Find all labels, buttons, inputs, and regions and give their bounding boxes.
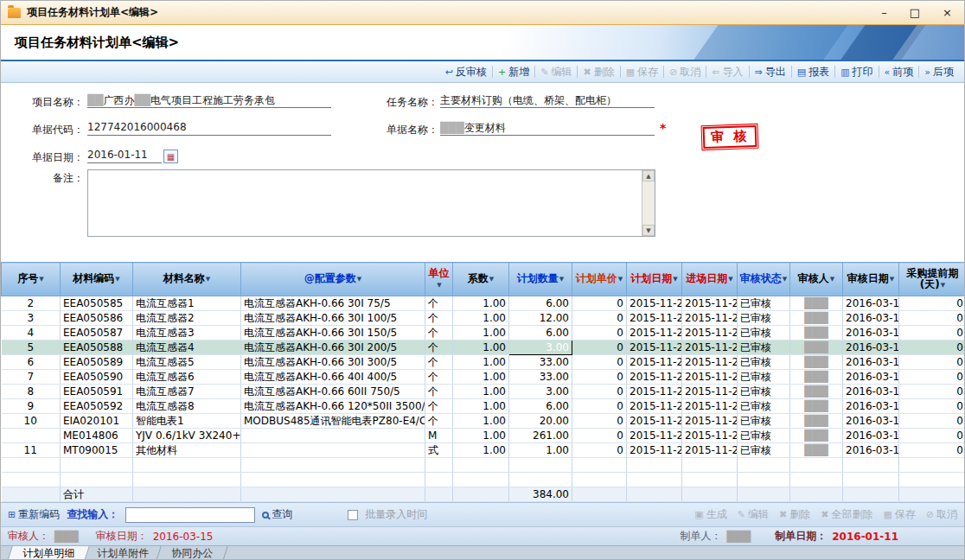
banner-decoration bbox=[687, 25, 853, 61]
column-header-name[interactable]: 材料名称▼ bbox=[133, 263, 241, 296]
column-header-audit_date[interactable]: 审核日期▼ bbox=[843, 263, 899, 296]
bottom-button-delete[interactable]: ✖删除 bbox=[779, 507, 810, 522]
column-header-label: 审核状态 bbox=[740, 272, 782, 284]
column-header-plan_price[interactable]: 计划单价▼ bbox=[572, 263, 627, 296]
table-row[interactable]: 10EIA020101智能电表1MODBUS485通讯智能电表PZ80-E4/C… bbox=[2, 414, 965, 429]
bottom-button-save[interactable]: ▦保存 bbox=[883, 507, 915, 522]
project-name-field[interactable]: ██广西办██电气项目工程施工劳务承包 bbox=[87, 93, 331, 108]
toolbar-button-label: 删除 bbox=[594, 65, 615, 80]
column-header-unit[interactable]: 单位▼ bbox=[425, 263, 453, 296]
column-header-audit_status[interactable]: 审核状态▼ bbox=[738, 263, 790, 296]
tab-cooperate-office[interactable]: 协同办公 bbox=[156, 546, 228, 560]
empty-cell bbox=[241, 458, 425, 473]
bottom-button-generate[interactable]: ▣生成 bbox=[694, 507, 726, 522]
table-row[interactable]: 7EEA050590电流互感器6电流互感器AKH-0.66 40I 400/5个… bbox=[2, 370, 965, 385]
search-input[interactable] bbox=[125, 507, 255, 523]
doc-date-field[interactable]: 2016-01-11 bbox=[87, 149, 162, 163]
bottom-button-label: 编辑 bbox=[748, 507, 769, 522]
cell-auditor: ███ bbox=[790, 385, 843, 399]
toolbar-button-print[interactable]: ▥打印 bbox=[837, 65, 876, 80]
toolbar-button-cancel[interactable]: ⊘取消 bbox=[666, 65, 704, 80]
query-button[interactable]: 查询 bbox=[262, 507, 292, 522]
close-button[interactable]: × bbox=[943, 7, 952, 18]
batch-time-checkbox[interactable] bbox=[348, 510, 358, 520]
cell-entry_date: 2015-11-25 bbox=[682, 311, 738, 326]
cell-plan_qty: 33.00 bbox=[509, 355, 572, 370]
toolbar-button-add[interactable]: +新增 bbox=[495, 65, 533, 80]
table-row[interactable]: 9EEA050592电流互感器8电流互感器AKH-0.66 120*50II 3… bbox=[2, 399, 965, 414]
total-cell-code: 合计 bbox=[61, 487, 133, 502]
cell-code: EEA050586 bbox=[61, 311, 133, 326]
toolbar-button-export[interactable]: ⇒导出 bbox=[751, 65, 789, 80]
toolbar-button-label: 导出 bbox=[765, 65, 786, 80]
table-row[interactable]: 3EEA050586电流互感器2电流互感器AKH-0.66 30I 100/5个… bbox=[2, 311, 965, 326]
empty-cell bbox=[509, 473, 572, 487]
doc-code-field[interactable]: 127742016000468 bbox=[87, 121, 331, 136]
column-header-auditor[interactable]: 审核人▼ bbox=[790, 263, 843, 296]
prev-icon: « bbox=[885, 67, 891, 77]
maker-value: ███ bbox=[727, 531, 751, 543]
tab-plan-detail[interactable]: 计划单明细 bbox=[7, 546, 90, 560]
doc-name-field[interactable]: ███变更材料 bbox=[440, 121, 655, 136]
table-row[interactable]: 5EEA050588电流互感器4电流互感器AKH-0.66 30I 200/5个… bbox=[2, 340, 965, 355]
remark-input[interactable] bbox=[88, 170, 642, 236]
toolbar-separator bbox=[620, 66, 621, 78]
empty-cell bbox=[241, 473, 425, 487]
remark-scrollbar[interactable]: ▲ ▼ bbox=[642, 170, 655, 236]
toolbar-button-import[interactable]: ⇐导入 bbox=[708, 65, 746, 80]
toolbar-button-edit[interactable]: ✎编辑 bbox=[537, 65, 575, 80]
cell-unit: 个 bbox=[425, 340, 453, 355]
batch-time-label: 批量录入时间 bbox=[365, 507, 427, 522]
column-header-code[interactable]: 材料编码▼ bbox=[61, 263, 133, 296]
cell-factor: 1.00 bbox=[453, 340, 509, 355]
toolbar-button-report[interactable]: ▤报表 bbox=[794, 65, 833, 80]
bottom-button-cancel[interactable]: ⊘取消 bbox=[926, 507, 957, 522]
toolbar: ↩反审核+新增✎编辑✖删除▦保存⊘取消⇐导入⇒导出▤报表▥打印«前项»后项 bbox=[1, 61, 964, 83]
table-row[interactable]: 4EEA050587电流互感器3电流互感器AKH-0.66 30I 150/5个… bbox=[2, 326, 965, 340]
bottom-button-delete-all[interactable]: ✖全部删除 bbox=[821, 507, 872, 522]
scroll-up-icon[interactable]: ▲ bbox=[642, 170, 655, 181]
toolbar-button-delete[interactable]: ✖删除 bbox=[579, 65, 617, 80]
toolbar-button-prev[interactable]: «前项 bbox=[881, 65, 917, 80]
sort-icon: ▼ bbox=[783, 276, 787, 283]
toolbar-button-next[interactable]: »后项 bbox=[921, 65, 957, 80]
table-row[interactable]: 6EEA050589电流互感器5电流互感器AKH-0.66 30I 300/5个… bbox=[2, 355, 965, 370]
calendar-picker-button[interactable]: ▦ bbox=[163, 150, 178, 163]
column-header-config[interactable]: @配置参数▼ bbox=[241, 263, 425, 296]
cell-lead_days: 0 bbox=[899, 296, 965, 311]
table-row[interactable]: 8EEA050591电流互感器7电流互感器AKH-0.66 60II 750/5… bbox=[2, 385, 965, 399]
table-row[interactable]: 2EEA050585电流互感器1电流互感器AKH-0.66 30I 75/5个1… bbox=[2, 296, 965, 311]
cell-lead_days: 0 bbox=[899, 429, 965, 443]
minimize-button[interactable]: – bbox=[881, 7, 887, 18]
recode-button[interactable]: ⊞ 重新编码 bbox=[8, 507, 60, 522]
task-name-field[interactable]: 主要材料订购（电缆、桥架、配电柜） bbox=[440, 93, 655, 108]
column-header-plan_qty[interactable]: 计划数量▼ bbox=[509, 263, 572, 296]
maximize-button[interactable]: □ bbox=[910, 7, 920, 18]
tab-plan-attachment[interactable]: 计划单附件 bbox=[81, 546, 164, 560]
toolbar-button-unaudit[interactable]: ↩反审核 bbox=[442, 65, 490, 80]
table-row[interactable]: ME014806YJV 0.6/1kV 3X240+2X1M1.00261.00… bbox=[2, 429, 965, 443]
cell-auditor: ███ bbox=[790, 355, 843, 370]
bottom-button-edit[interactable]: ✎编辑 bbox=[738, 507, 769, 522]
cell-audit_status: 已审核 bbox=[738, 311, 790, 326]
sort-icon: ▼ bbox=[357, 276, 361, 283]
column-header-lead_days[interactable]: 采购提前期(天)▼ bbox=[899, 263, 965, 296]
table-row[interactable]: 11MT090015其他材料式1.001.0002015-11-252015-1… bbox=[2, 443, 965, 458]
total-cell-plan_price bbox=[572, 487, 627, 502]
cell-seq: 6 bbox=[2, 355, 61, 370]
cell-plan_date: 2015-11-25 bbox=[627, 370, 682, 385]
cell-lead_days: 0 bbox=[899, 370, 965, 385]
cell-plan_date: 2015-11-25 bbox=[627, 385, 682, 399]
column-header-seq[interactable]: 序号▼ bbox=[2, 263, 61, 296]
column-header-entry_date[interactable]: 进场日期▼ bbox=[682, 263, 738, 296]
total-cell-name bbox=[133, 487, 241, 502]
column-header-factor[interactable]: 系数▼ bbox=[453, 263, 509, 296]
column-header-plan_date[interactable]: 计划日期▼ bbox=[627, 263, 682, 296]
cell-plan_price: 0 bbox=[572, 311, 627, 326]
cell-audit_date: 2016-03-15 bbox=[843, 311, 899, 326]
toolbar-button-save[interactable]: ▦保存 bbox=[623, 65, 661, 80]
cell-lead_days: 0 bbox=[899, 385, 965, 399]
scroll-down-icon[interactable]: ▼ bbox=[642, 225, 655, 236]
make-date-label: 制单日期： bbox=[775, 529, 827, 544]
magnifier-icon bbox=[262, 512, 269, 519]
